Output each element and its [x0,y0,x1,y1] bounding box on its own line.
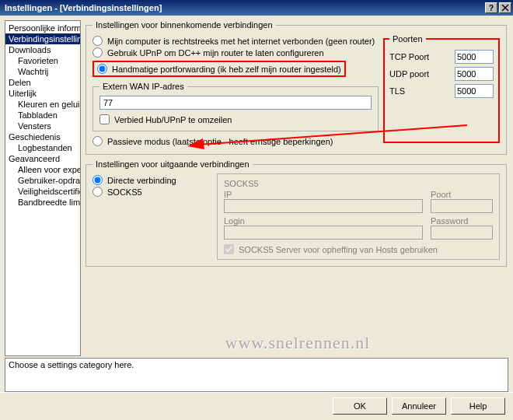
settings-tree[interactable]: Persoonlijke informatieVerbindingsinstel… [5,20,81,356]
window-title: Instellingen - [Verbindingsinstellingen] [5,3,483,12]
tree-item[interactable]: Delen [5,77,80,88]
radio-out-direct-label: Directe verbinding [107,176,176,185]
socks-box: SOCKS5 IP Poort Login Password SOCKS5 Se… [217,173,500,260]
help-titlebar-button[interactable]: ? [485,2,497,13]
wan-ip-input[interactable] [99,96,372,110]
cancel-button[interactable]: Annuleer [392,397,446,415]
watermark: www.snelrennen.nl [225,333,371,353]
tree-item[interactable]: Tabbladen [5,110,80,121]
radio-direct-label: Mijn computer is rechtstreeks met het in… [107,37,375,46]
ports-legend: Poorten [389,34,426,44]
socks-resolve-checkbox [224,244,234,254]
udp-label: UDP poort [389,69,455,79]
tree-item[interactable]: Logbestanden [5,142,80,153]
hint-box: Choose a settings category here. [5,358,508,392]
radio-upnp-label: Gebruik UPnP om DC++ mijn router te late… [107,48,324,58]
radio-out-socks[interactable] [92,187,103,197]
tls-port-input[interactable] [455,84,494,98]
tree-item[interactable]: Bandbreedte limiteren [5,197,80,208]
tcp-label: TCP Poort [389,52,455,61]
close-icon [501,4,509,12]
tree-item[interactable]: Kleuren en geluid [5,99,80,110]
udp-port-input[interactable] [455,67,494,81]
socks-login-input [224,226,423,240]
socks-ip-input [224,199,423,213]
tree-item[interactable]: Vensters [5,121,80,131]
svg-line-2 [199,125,467,145]
tree-item[interactable]: Verbindingsinstellingen [5,33,80,44]
help-button[interactable]: Help [451,397,505,415]
socks-login-label: Login [224,216,245,226]
tree-item[interactable]: Geschiedenis [5,131,80,142]
svg-marker-3 [187,138,204,149]
wan-legend: Extern WAN IP-adres [99,82,187,91]
tree-item[interactable]: Wachtrij [5,66,80,77]
socks-password-input [431,226,493,240]
tree-item[interactable]: Alleen voor experts [5,164,80,175]
ok-button[interactable]: OK [333,397,387,415]
annotation-arrow [187,121,475,152]
radio-passive[interactable] [92,136,103,146]
tree-item[interactable]: Persoonlijke informatie [5,23,80,33]
radio-upnp[interactable] [92,47,103,58]
socks-title: SOCKS5 [224,179,493,188]
tree-item[interactable]: Uiterlijk [5,88,80,99]
socks-ip-label: IP [224,190,232,199]
tls-label: TLS [389,86,455,96]
socks-port-label: Poort [431,190,451,199]
socks-password-label: Password [431,216,468,226]
tree-item[interactable]: Favorieten [5,55,80,66]
radio-out-direct[interactable] [92,175,103,185]
socks-port-input [431,199,493,213]
tcp-port-input[interactable] [455,50,494,64]
outgoing-legend: Instellingen voor uitgaande verbindingen [92,159,253,169]
radio-out-socks-label: SOCKS5 [107,187,142,197]
close-titlebar-button[interactable] [499,2,511,13]
radio-direct[interactable] [92,36,103,46]
socks-resolve-label: SOCKS5 Server voor opheffing van Hosts g… [239,245,438,254]
tree-item[interactable]: Downloads [5,44,80,55]
tree-item[interactable]: Gebruiker-opdrachten [5,175,80,186]
outgoing-group: Instellingen voor uitgaande verbindingen… [86,159,507,267]
tree-item[interactable]: Geavanceerd [5,153,80,164]
incoming-legend: Instellingen voor binnenkomende verbindi… [92,20,276,30]
nohub-checkbox[interactable] [99,114,110,124]
radio-manual[interactable] [97,64,107,74]
tree-item[interactable]: Veiligheidscertificaten [5,186,80,197]
incoming-group: Instellingen voor binnenkomende verbindi… [86,20,507,155]
radio-manual-label: Handmatige portforwarding (ik heb zelf m… [112,65,341,74]
